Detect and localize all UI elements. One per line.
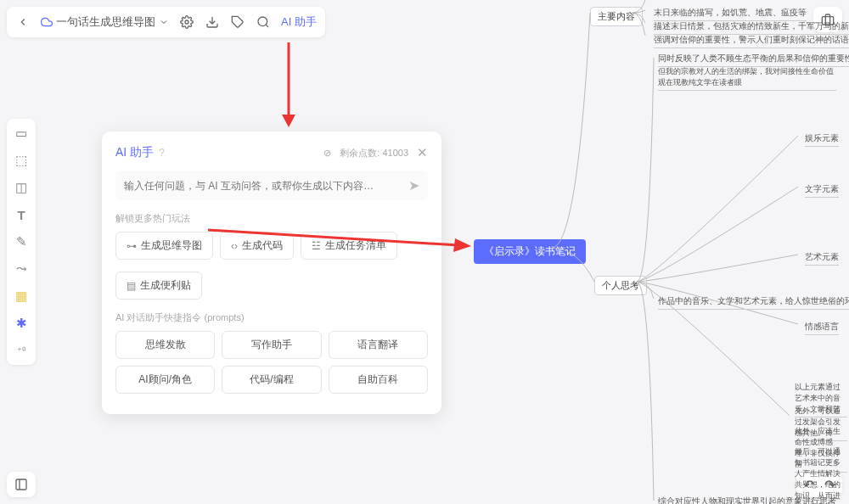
sticky-icon: ▤: [127, 280, 136, 292]
svg-point-2: [258, 17, 267, 26]
mindmap-category[interactable]: 艺术元素: [805, 251, 839, 266]
mindmap-category[interactable]: 文字元素: [805, 183, 839, 198]
settings-icon[interactable]: [179, 14, 194, 30]
svg-point-0: [185, 20, 188, 24]
mindmap-category[interactable]: 娱乐元素: [805, 132, 839, 147]
cloud-icon: [41, 16, 53, 28]
chip-label: AI顾问/角色: [138, 372, 192, 387]
connector-tool-icon[interactable]: ⤳: [12, 260, 31, 278]
mindmap-leaf[interactable]: 综合对应性人物和现实世界引起的意象进行思考: [658, 496, 836, 504]
mindmap-leaf[interactable]: 描述末日情景，包括灾难的情致新生，千军万马的新军等: [654, 20, 849, 35]
prompt-divergent[interactable]: 思维发散: [115, 331, 215, 359]
ai-input-row: ➤: [115, 171, 428, 200]
select-tool-icon[interactable]: ▭: [12, 124, 31, 143]
more-tool-icon[interactable]: ⁺⁰: [12, 341, 31, 360]
mindmap-category[interactable]: 情感语言: [805, 321, 839, 335]
annotation-arrow-down: [272, 38, 306, 132]
ai-assistant-panel: AI 助手 ? ⊘ 剩余点数: 41003 ✕ ➤ 解锁更多热门玩法 ⊶生成思维…: [102, 132, 441, 414]
ai-input[interactable]: [124, 180, 402, 192]
chip-label: 思维发散: [145, 338, 186, 352]
svg-line-9: [208, 230, 458, 245]
chip-label: 生成思维导图: [141, 238, 202, 253]
left-toolbar: ▭ ⬚ ◫ T ✎ ⤳ ▦ ✱ ⁺⁰: [7, 119, 36, 365]
svg-marker-8: [282, 115, 295, 127]
chip-label: 自助百科: [357, 372, 398, 387]
doc-title[interactable]: 一句话生成思维导图: [41, 14, 169, 30]
prompt-wiki[interactable]: 自助百科: [329, 366, 428, 394]
export-icon[interactable]: [205, 14, 220, 30]
top-toolbar: 一句话生成思维导图 AI 助手: [7, 7, 325, 37]
doc-title-text: 一句话生成思维导图: [56, 14, 155, 30]
shape-tool-icon[interactable]: ◫: [12, 178, 31, 197]
prompt-translate[interactable]: 语言翻译: [329, 331, 428, 359]
ai-panel-title: AI 助手: [115, 145, 154, 160]
mindmap-leaf[interactable]: 末日来临的描写，如饥荒、地震、瘟疫等: [654, 7, 807, 21]
mindmap-leaf[interactable]: 强调对信仰的重要性，警示人们重时刻保记神的话语: [654, 34, 849, 48]
chip-label: 语言翻译: [357, 338, 398, 352]
prompt-writing[interactable]: 写作助手: [222, 331, 321, 359]
chip-generate-mindmap[interactable]: ⊶生成思维导图: [115, 232, 213, 260]
search-icon[interactable]: [256, 14, 271, 30]
annotation-arrow-right: [204, 223, 475, 257]
back-icon[interactable]: [15, 14, 31, 30]
mindmap-icon: ⊶: [127, 240, 137, 252]
chevron-down-icon: [159, 17, 169, 27]
tag-icon[interactable]: [230, 14, 245, 30]
text-tool-icon[interactable]: T: [12, 205, 31, 224]
layers-button[interactable]: [7, 472, 36, 497]
send-icon[interactable]: ➤: [408, 177, 419, 193]
sticky-tool-icon[interactable]: ▦: [12, 287, 31, 305]
prompt-advisor[interactable]: AI顾问/角色: [115, 366, 215, 394]
pen-tool-icon[interactable]: ✎: [12, 232, 31, 251]
chip-label: 代码/编程: [250, 372, 293, 387]
ai-assistant-button[interactable]: AI 助手: [281, 14, 317, 30]
prompt-coding[interactable]: 代码/编程: [222, 366, 321, 394]
mindmap-leaf[interactable]: 但我的宗教对人的生活的绑架，我对间接性生命价值观在现教纯文学在读者眼: [658, 66, 836, 91]
info-icon[interactable]: ?: [159, 147, 165, 159]
svg-marker-10: [453, 238, 471, 252]
mindmap-root-node[interactable]: 《启示录》读书笔记: [474, 239, 586, 264]
prompts-section-label: AI 对话助手快捷指令 (prompts): [115, 311, 428, 324]
close-icon[interactable]: ✕: [417, 145, 428, 160]
mindmap-branch-personal[interactable]: 个人思考: [594, 276, 647, 295]
frame-tool-icon[interactable]: ⬚: [12, 151, 31, 170]
flash-icon: ⊘: [323, 148, 331, 159]
chip-generate-sticky[interactable]: ▤生成便利贴: [115, 272, 202, 300]
chip-label: 写作助手: [251, 338, 292, 352]
mindmap-leaf[interactable]: 同时反映了人类不顾生态平衡的后果和信仰的重要性: [658, 53, 849, 67]
mindmap-branch-main[interactable]: 主要内容: [590, 7, 643, 26]
chip-label: 生成便利贴: [140, 278, 191, 293]
svg-line-3: [266, 25, 268, 27]
svg-rect-4: [16, 479, 26, 490]
mindmap-leaf[interactable]: 作品中的音乐、文学和艺术元素，给人惊世绝俗的环绕感受: [658, 295, 849, 310]
credits-text: 剩余点数: 41003: [340, 147, 408, 160]
mindmap-tool-icon[interactable]: ✱: [12, 314, 31, 333]
